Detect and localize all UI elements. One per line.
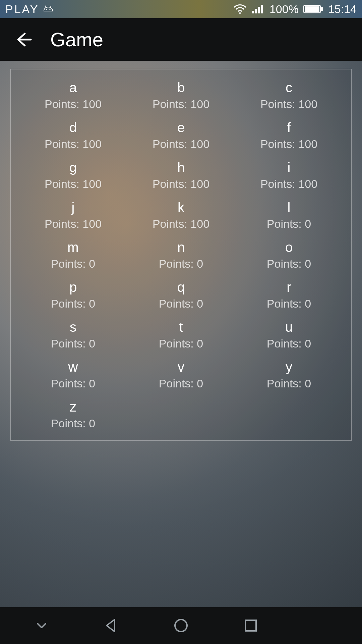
svg-point-1	[50, 9, 51, 10]
svg-rect-7	[258, 7, 260, 13]
android-icon	[42, 4, 54, 14]
letter-points: Points: 0	[267, 257, 311, 270]
letter-label: m	[67, 240, 78, 254]
letter-cell-j[interactable]: jPoints: 100	[21, 201, 125, 230]
letter-cell-a[interactable]: aPoints: 100	[21, 81, 125, 111]
letter-points: Points: 100	[153, 138, 209, 151]
letter-cell-f[interactable]: fPoints: 100	[237, 121, 341, 151]
letter-cell-c[interactable]: cPoints: 100	[237, 81, 341, 111]
letter-cell-q[interactable]: qPoints: 0	[129, 280, 233, 310]
wifi-icon	[233, 4, 247, 14]
svg-rect-11	[321, 7, 323, 11]
nav-home-button[interactable]	[158, 614, 204, 637]
letter-label: y	[286, 360, 292, 374]
chevron-down-icon	[34, 618, 49, 633]
letter-label: l	[288, 201, 291, 214]
letter-label: a	[69, 81, 77, 94]
letter-points: Points: 0	[159, 337, 203, 350]
svg-point-4	[239, 12, 241, 14]
letters-panel: aPoints: 100bPoints: 100cPoints: 100dPoi…	[10, 69, 352, 441]
letter-cell-m[interactable]: mPoints: 0	[21, 240, 125, 270]
letter-cell-h[interactable]: hPoints: 100	[129, 161, 233, 191]
nav-hide-button[interactable]	[18, 614, 65, 637]
navigation-bar	[0, 607, 362, 644]
nav-spacer	[297, 614, 344, 637]
letter-cell-v[interactable]: vPoints: 0	[129, 360, 233, 390]
letter-cell-t[interactable]: tPoints: 0	[129, 320, 233, 350]
letter-points: Points: 100	[260, 138, 317, 151]
letter-label: e	[177, 121, 185, 134]
letter-cell-b[interactable]: bPoints: 100	[129, 81, 233, 111]
letter-cell-e[interactable]: ePoints: 100	[129, 121, 233, 151]
letter-points: Points: 0	[267, 297, 311, 310]
letter-points: Points: 0	[267, 337, 311, 350]
letter-cell-y[interactable]: yPoints: 0	[237, 360, 341, 390]
carrier-label: PLAY	[5, 3, 39, 16]
content-area: aPoints: 100bPoints: 100cPoints: 100dPoi…	[0, 61, 362, 607]
letter-label: w	[68, 360, 78, 374]
page-title: Game	[50, 28, 103, 51]
letter-label: d	[69, 121, 77, 134]
letter-points: Points: 100	[260, 177, 317, 191]
nav-recents-button[interactable]	[227, 614, 274, 637]
letter-points: Points: 0	[51, 337, 95, 350]
letter-label: p	[69, 280, 77, 294]
letter-cell-r[interactable]: rPoints: 0	[237, 280, 341, 310]
battery-percent: 100%	[269, 3, 299, 16]
nav-back-button[interactable]	[88, 614, 135, 637]
svg-rect-6	[255, 9, 257, 13]
svg-line-2	[45, 6, 46, 7]
letter-cell-s[interactable]: sPoints: 0	[21, 320, 125, 350]
letter-cell-d[interactable]: dPoints: 100	[21, 121, 125, 151]
svg-point-0	[46, 9, 47, 10]
status-right: 100% 15:14	[233, 3, 357, 16]
letter-label: r	[287, 280, 291, 294]
letter-cell-i[interactable]: iPoints: 100	[237, 161, 341, 191]
letter-cell-p[interactable]: pPoints: 0	[21, 280, 125, 310]
status-bar: PLAY	[0, 0, 362, 18]
letter-label: o	[285, 240, 293, 254]
letter-label: f	[287, 121, 291, 134]
letter-points: Points: 100	[153, 98, 209, 111]
letter-points: Points: 100	[260, 98, 317, 111]
letter-cell-l[interactable]: lPoints: 0	[237, 201, 341, 230]
letter-label: t	[179, 320, 183, 334]
clock: 15:14	[328, 3, 357, 16]
letter-cell-g[interactable]: gPoints: 100	[21, 161, 125, 191]
status-left: PLAY	[5, 3, 54, 16]
app-bar: Game	[0, 18, 362, 61]
letter-points: Points: 0	[51, 417, 95, 430]
letter-points: Points: 0	[159, 377, 203, 390]
letter-label: n	[177, 240, 185, 254]
square-icon	[241, 616, 260, 635]
letter-points: Points: 0	[267, 377, 311, 390]
letter-points: Points: 100	[153, 217, 209, 230]
letter-points: Points: 100	[45, 177, 102, 191]
letter-label: z	[70, 400, 76, 414]
battery-icon	[303, 4, 323, 14]
letter-cell-k[interactable]: kPoints: 100	[129, 201, 233, 230]
letter-cell-n[interactable]: nPoints: 0	[129, 240, 233, 270]
letter-points: Points: 0	[51, 297, 95, 310]
letters-grid: aPoints: 100bPoints: 100cPoints: 100dPoi…	[21, 81, 341, 430]
letter-label: v	[178, 360, 184, 374]
svg-rect-8	[261, 5, 263, 13]
letter-label: j	[72, 201, 75, 214]
letter-cell-z[interactable]: zPoints: 0	[21, 400, 125, 430]
circle-icon	[172, 616, 190, 635]
letter-points: Points: 0	[51, 257, 95, 270]
letter-label: u	[285, 320, 293, 334]
svg-rect-13	[245, 620, 256, 631]
letter-cell-w[interactable]: wPoints: 0	[21, 360, 125, 390]
letter-points: Points: 0	[159, 297, 203, 310]
letter-cell-o[interactable]: oPoints: 0	[237, 240, 341, 270]
letter-label: i	[288, 161, 291, 174]
letter-label: k	[178, 201, 184, 214]
letter-points: Points: 100	[153, 177, 209, 191]
svg-rect-10	[305, 6, 319, 12]
svg-rect-5	[252, 11, 254, 13]
letter-label: h	[177, 161, 185, 174]
letter-cell-u[interactable]: uPoints: 0	[237, 320, 341, 350]
back-button[interactable]	[10, 26, 37, 53]
letter-label: s	[70, 320, 76, 334]
